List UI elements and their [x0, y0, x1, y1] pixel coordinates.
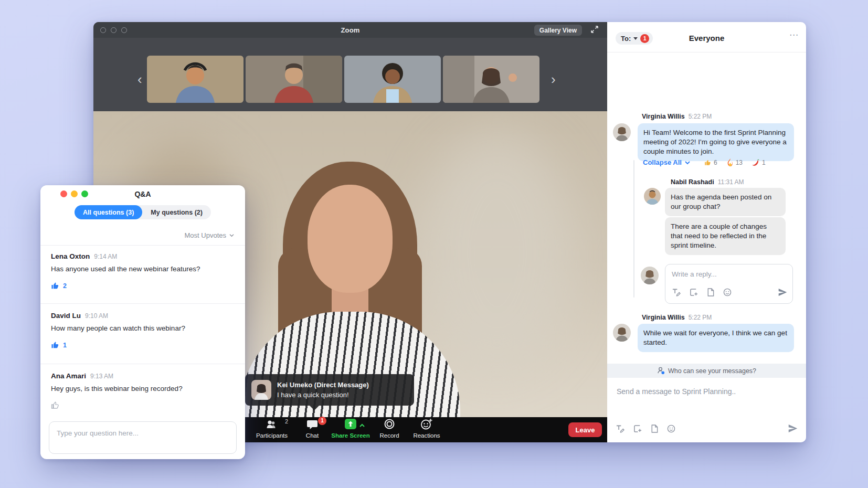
format-text-icon[interactable] — [616, 425, 624, 435]
question-text: How many people can watch this webinar? — [51, 324, 185, 332]
avatar — [613, 123, 631, 141]
avatar — [641, 267, 659, 284]
fullscreen-expand-icon[interactable] — [590, 25, 599, 36]
emoji-icon[interactable] — [667, 425, 675, 435]
chat-message-bubble: There are a couple of changes that need … — [665, 217, 786, 255]
share-screen-options-icon[interactable] — [359, 422, 365, 429]
question-time: 9:13 AM — [90, 373, 113, 380]
screenshot-icon[interactable] — [633, 425, 642, 435]
avatar — [251, 380, 271, 400]
upvote-button[interactable]: 2 — [51, 281, 67, 290]
tab-my-questions[interactable]: My questions (2) — [142, 205, 211, 219]
chat-message-bubble: Hi Team! Welcome to the first Sprint Pla… — [638, 123, 794, 161]
dm-popup-message: I have a quick question! — [277, 391, 369, 399]
thumbs-up-icon — [704, 159, 712, 166]
author-name: Nabil Rashadi — [671, 178, 714, 186]
message-author-row: Virginia Willis5:22 PM — [642, 111, 712, 121]
filmstrip-next-icon[interactable]: › — [551, 72, 556, 86]
chevron-down-icon — [229, 234, 235, 237]
message-time: 5:22 PM — [689, 314, 712, 321]
send-reply-icon[interactable] — [778, 288, 787, 299]
author-name: Virginia Willis — [642, 314, 685, 321]
chat-icon — [306, 419, 318, 431]
qa-window: Q&A All questions (3) My questions (2) M… — [40, 185, 245, 459]
share-screen-button[interactable]: Share Screen — [325, 419, 376, 439]
chat-composer — [607, 378, 806, 442]
question-author: Lena Oxton — [51, 252, 90, 260]
reaction-thumbs-up[interactable]: 6 — [704, 159, 717, 166]
question-author: Ana Amari — [51, 372, 86, 380]
upvote-button[interactable]: 1 — [51, 341, 67, 349]
chat-panel: To: 1 Everyone ⋯ Virginia Willis5:22 PM … — [607, 22, 806, 442]
message-time: 11:31 AM — [718, 178, 744, 186]
message-author-row: Nabil Rashadi11:31 AM — [671, 177, 744, 186]
question-author: David Lu — [51, 312, 81, 320]
reaction-count: 1 — [762, 159, 766, 166]
gallery-view-button[interactable]: Gallery View — [534, 25, 582, 36]
reaction-count: 6 — [714, 159, 717, 166]
question-text: Has anyone used all the new webinar feat… — [51, 265, 200, 273]
sort-dropdown[interactable]: Most Upvotes — [185, 231, 235, 239]
message-time: 5:22 PM — [689, 113, 712, 120]
collapse-all-label: Collapse All — [643, 158, 682, 166]
tab-all-questions[interactable]: All questions (3) — [75, 205, 142, 219]
participants-icon — [265, 419, 279, 431]
record-icon — [384, 418, 395, 431]
chat-header: To: 1 Everyone ⋯ — [607, 22, 806, 52]
leave-button[interactable]: Leave — [568, 422, 602, 437]
privacy-note-link[interactable]: Who can see your messages? — [607, 364, 806, 378]
thumbs-up-icon — [51, 341, 60, 349]
format-text-icon[interactable] — [672, 288, 681, 299]
video-thumbnail-participant-4[interactable] — [443, 56, 539, 103]
chat-message-bubble: Has the agenda been posted on our group … — [665, 188, 786, 216]
chat-message-bubble: While we wait for everyone, I think we c… — [638, 324, 794, 352]
record-button[interactable]: Record — [375, 419, 404, 439]
send-message-icon[interactable] — [788, 424, 798, 435]
chat-title: Everyone — [607, 34, 806, 43]
direct-message-notification[interactable]: Kei Umeko (Direct Message) I have a quic… — [245, 374, 414, 406]
window-titlebar: Zoom Gallery View — [93, 22, 607, 38]
qa-question-input[interactable] — [49, 422, 236, 444]
question-time: 9:10 AM — [85, 312, 108, 320]
dm-popup-pointer — [310, 406, 319, 410]
video-thumbnail-participant-2[interactable] — [246, 56, 342, 103]
reaction-count: 13 — [736, 159, 743, 166]
more-options-icon[interactable]: ⋯ — [789, 29, 799, 40]
file-icon[interactable] — [651, 425, 658, 435]
chat-message-input[interactable] — [617, 387, 774, 396]
video-thumbnail-participant-3[interactable] — [344, 56, 441, 103]
qa-input-wrapper — [49, 421, 237, 454]
emoji-icon[interactable] — [723, 288, 732, 299]
participants-button[interactable]: 2 Participants — [249, 419, 294, 439]
participants-count: 2 — [285, 418, 288, 425]
sort-label: Most Upvotes — [185, 231, 226, 239]
filmstrip-prev-icon[interactable]: ‹ — [137, 72, 142, 86]
reply-composer[interactable]: Write a reply... — [665, 264, 793, 304]
pepper-icon — [752, 159, 760, 166]
fire-icon — [727, 158, 734, 166]
qa-titlebar: Q&A — [40, 185, 245, 202]
reactions-button[interactable]: Reactions — [407, 419, 446, 439]
reply-placeholder: Write a reply... — [672, 270, 717, 278]
message-author-row: Virginia Willis5:22 PM — [642, 312, 712, 322]
upvote-button[interactable] — [51, 401, 63, 410]
window-title: Zoom — [93, 26, 607, 34]
avatar — [644, 188, 661, 205]
collapse-all-link[interactable]: Collapse All — [643, 158, 691, 166]
screenshot-icon[interactable] — [690, 288, 698, 299]
video-thumbnail-participant-1[interactable] — [147, 56, 244, 103]
avatar — [613, 324, 631, 342]
dm-popup-title: Kei Umeko (Direct Message) — [277, 381, 369, 389]
video-filmstrip: ‹ › — [93, 38, 607, 111]
privacy-note-label: Who can see your messages? — [668, 367, 756, 375]
chevron-down-icon — [684, 161, 691, 165]
qa-tab-group: All questions (3) My questions (2) — [75, 205, 211, 219]
chat-button[interactable]: 1 Chat — [298, 419, 326, 439]
reaction-fire[interactable]: 13 — [727, 158, 743, 166]
reaction-pepper[interactable]: 1 — [752, 159, 766, 166]
question-time: 9:14 AM — [94, 253, 117, 260]
file-icon[interactable] — [707, 288, 714, 299]
thread-indent-line — [633, 160, 634, 298]
upvote-count: 1 — [63, 342, 67, 349]
share-screen-icon — [344, 418, 357, 431]
